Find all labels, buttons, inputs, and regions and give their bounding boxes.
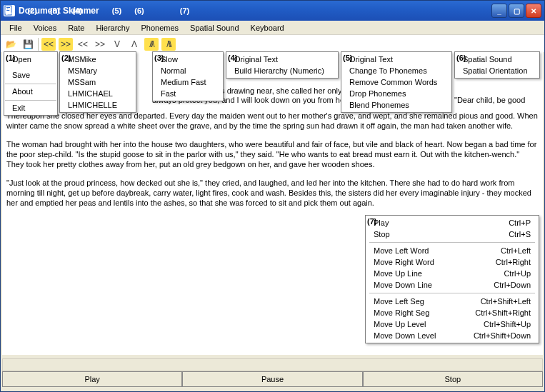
maximize-button[interactable]: ▢ (509, 4, 524, 18)
next-track-icon[interactable]: /\\\ (161, 38, 176, 51)
rate-medium-fast[interactable]: Medium Fast (154, 76, 222, 88)
kb-move-down-level[interactable]: Move Down LevelCtrl+Shift+Down (366, 330, 538, 341)
minimize-button[interactable]: _ (491, 4, 507, 18)
toolbar: 📂 💾 << >> << >> V Λ ///\ /\\\ (1, 35, 544, 52)
kb-move-right-seg[interactable]: Move Right SegCtrl+Shift+Right (366, 307, 538, 318)
voice-msmary[interactable]: MSMary (61, 65, 135, 76)
bottom-bar: Play Pause Stop (2, 371, 543, 387)
status-bar (2, 358, 543, 371)
body-paragraph-3: The woman had brought with her into the … (6, 139, 539, 169)
kb-stop[interactable]: StopCtrl+S (366, 228, 538, 240)
play-button[interactable]: Play (2, 371, 182, 387)
menu-file[interactable]: File (4, 22, 28, 34)
dropdown-file[interactable]: (1) Open Save About Exit (4, 51, 58, 116)
toolbar-divider (38, 38, 39, 51)
rewind-icon[interactable]: << (76, 38, 90, 51)
kb-move-up-line[interactable]: Move Up LineCtrl+Up (366, 268, 538, 279)
voice-lhmichelle[interactable]: LHMICHELLE (61, 99, 135, 111)
phon-blend[interactable]: Blend Phonemes (342, 99, 451, 111)
pause-button[interactable]: Pause (182, 371, 362, 387)
dropdown-hierarchy[interactable]: (4) Original Text Build Hierarchy (Numer… (226, 51, 339, 79)
badge-4: (4) (228, 54, 237, 62)
dropdown-rate[interactable]: (3) Slow Normal Medium Fast Fast (152, 51, 224, 101)
badge-5: (5) (343, 54, 352, 62)
voice-mssam[interactable]: MSSam (61, 76, 135, 88)
dropdown-keyboard[interactable]: (7) PlayCtrl+PStopCtrl+SMove Left WordCt… (365, 215, 539, 343)
up-icon[interactable]: Λ (127, 38, 141, 51)
voice-msmike[interactable]: MSMike (61, 54, 135, 65)
save-icon[interactable]: 💾 (21, 38, 35, 51)
menu-voices[interactable]: Voices (28, 22, 62, 34)
close-button[interactable]: ✕ (526, 4, 541, 18)
badge-2: (2) (61, 54, 71, 62)
kb-move-left-seg[interactable]: Move Left SegCtrl+Shift+Left (366, 296, 538, 307)
rewind-fast-icon[interactable]: << (41, 38, 56, 51)
menu-bar: File Voices Rate Hierarchy Phonemes Spat… (1, 21, 544, 35)
badge-1: (1) (6, 54, 15, 62)
phon-change[interactable]: Change To Phonemes (342, 65, 451, 76)
kb-play[interactable]: PlayCtrl+P (366, 217, 538, 228)
kb-move-up-level[interactable]: Move Up LevelCtrl+Shift+Up (366, 318, 538, 330)
kb-move-left-word[interactable]: Move Left WordCtrl+Left (366, 245, 538, 256)
file-save[interactable]: Save (5, 69, 56, 81)
phon-remove[interactable]: Remove Common Words (342, 76, 451, 88)
spatial-sound[interactable]: Spatial Sound (456, 54, 539, 65)
prev-track-icon[interactable]: ///\ (144, 38, 159, 51)
body-paragraph-2: Thereupon she closed her eyes and depart… (6, 111, 539, 131)
rate-fast[interactable]: Fast (154, 88, 222, 99)
rate-normal[interactable]: Normal (154, 65, 222, 76)
forward-fast-icon[interactable]: >> (59, 38, 73, 51)
body-fragment-c: as drawing near, she called her only d (216, 86, 349, 96)
file-about[interactable]: About (5, 84, 56, 97)
hier-build[interactable]: Build Hierarchy (Numeric) (227, 65, 337, 76)
phon-drop[interactable]: Drop Phonemes (342, 88, 451, 99)
menu-keyboard[interactable]: Keyboard (245, 22, 290, 34)
phon-original[interactable]: Original Text (342, 54, 451, 65)
dropdown-voices[interactable]: (2) MSMike MSMary MSSam LHMICHAEL LHMICH… (59, 51, 136, 113)
voice-lhmichael[interactable]: LHMICHAEL (61, 88, 135, 99)
stop-button[interactable]: Stop (363, 371, 543, 387)
menu-spatial[interactable]: Spatial Sound (184, 22, 245, 34)
dropdown-spatial[interactable]: (6) Spatial Sound Spatial Orientation (454, 51, 540, 79)
spatial-orientation[interactable]: Spatial Orientation (456, 65, 539, 76)
file-exit[interactable]: Exit (5, 100, 56, 114)
kb-move-right-word[interactable]: Move Right WordCtrl+Right (366, 256, 538, 268)
menu-hierarchy[interactable]: Hierarchy (90, 22, 135, 34)
open-icon[interactable]: 📂 (4, 38, 18, 51)
badge-3: (3) (154, 54, 164, 62)
title-number-overlay: (1) (2) (3) (4) (5) (6) (7) (5, 6, 189, 15)
badge-7: (7) (367, 217, 376, 226)
menu-phonemes[interactable]: Phonemes (135, 22, 184, 34)
dropdown-phonemes[interactable]: (5) Original Text Change To Phonemes Rem… (341, 51, 452, 113)
badge-6: (6) (456, 54, 466, 62)
hier-original[interactable]: Original Text (227, 54, 337, 65)
forward-icon[interactable]: >> (93, 38, 107, 51)
kb-move-down-line[interactable]: Move Down LineCtrl+Down (366, 279, 538, 291)
menu-rate[interactable]: Rate (62, 22, 90, 34)
down-icon[interactable]: V (110, 38, 124, 51)
body-fragment-b: "Dear child, be good (454, 95, 525, 105)
body-paragraph-4: "Just look at the proud princess, how de… (6, 178, 539, 208)
